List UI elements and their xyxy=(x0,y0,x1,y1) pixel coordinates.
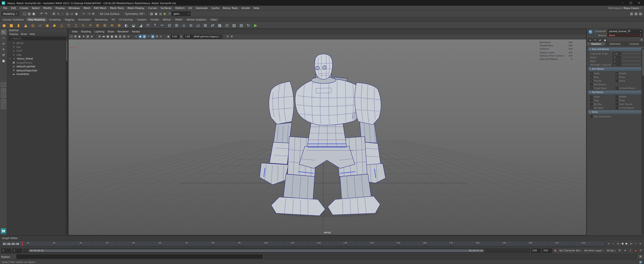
character-set-selector[interactable]: No Character Set▾ xyxy=(558,249,582,252)
menu-modify[interactable]: Modify xyxy=(42,6,54,9)
boolean-icon[interactable]: ⊠ xyxy=(202,22,208,28)
menu-edit-mesh[interactable]: Edit Mesh xyxy=(92,6,108,9)
platonic-solid-icon[interactable]: ◆ xyxy=(52,22,57,28)
isolate-select-icon[interactable]: ⊙ xyxy=(226,34,230,39)
render-current-frame-icon[interactable]: ◉ xyxy=(154,11,158,16)
outliner-search[interactable]: ○ xyxy=(8,37,66,40)
shelf-tab-rendering[interactable]: Rendering xyxy=(93,18,109,21)
script-editor-icon[interactable]: ≣ xyxy=(638,255,643,259)
crease-icon[interactable]: ▧ xyxy=(231,22,237,28)
shaded-mode-icon[interactable]: ◆ xyxy=(138,34,142,39)
bevel-icon[interactable]: ◢ xyxy=(138,22,144,28)
menu-windows[interactable]: Windows xyxy=(67,6,82,9)
gamma-icon[interactable]: γ xyxy=(180,34,183,39)
slider-track[interactable] xyxy=(622,61,641,61)
viewport-menu-lighting[interactable]: Lighting xyxy=(93,30,106,33)
tool-settings-toggle-icon[interactable]: ▨ xyxy=(634,11,638,16)
scene-view[interactable] xyxy=(68,39,586,235)
gate-mask-icon[interactable]: ▩ xyxy=(110,34,114,39)
fps-selector[interactable]: 30 fps▾ xyxy=(606,249,616,252)
range-slider[interactable]: 00:00:00:01 00:00:07:18 xyxy=(23,248,530,253)
offset-edge-loop-icon[interactable]: ⊞ xyxy=(174,22,180,28)
menu-create[interactable]: Create xyxy=(18,6,30,9)
two-pane-layout[interactable] xyxy=(1,93,6,98)
command-language-label[interactable]: Python xyxy=(1,255,15,258)
go-to-end-button[interactable]: » xyxy=(638,241,642,246)
outliner-item-defaultobjectset[interactable]: ◎defaultObjectSet xyxy=(8,68,68,72)
symmetry-tool-icon[interactable]: ▥ xyxy=(238,22,244,28)
transfer-attributes-icon[interactable]: ↻ xyxy=(246,22,252,28)
new-scene-icon[interactable]: □ xyxy=(22,11,27,16)
outliner-scrollbar[interactable] xyxy=(66,41,68,236)
menu-generate[interactable]: Generate xyxy=(194,6,209,9)
section-extra[interactable]: ▾Extra xyxy=(588,110,643,114)
outliner-menu-help[interactable]: Help xyxy=(29,33,36,35)
save-scene-icon[interactable]: ▣ xyxy=(32,11,36,16)
poly-cylinder-icon[interactable]: ▮ xyxy=(16,22,22,28)
outliner-search-input[interactable] xyxy=(13,37,64,39)
insert-edge-loop-icon[interactable]: ⊟ xyxy=(166,22,172,28)
target-weld-icon[interactable]: ⊡ xyxy=(224,22,230,28)
select-camera-icon[interactable]: □ xyxy=(70,34,73,39)
expand-arrow-icon[interactable]: ▸ xyxy=(10,57,12,59)
check-toe-base[interactable]: ✓Toe Base xyxy=(590,107,616,109)
perspective-viewport[interactable]: ViewShadingLightingShowRendererPanels □⊠… xyxy=(68,29,586,235)
outliner-item-front[interactable]: ◇front xyxy=(8,49,68,53)
spherical-harmonics-icon[interactable]: ≋ xyxy=(109,22,115,28)
section-size-and-bones[interactable]: ▾Size and Bones xyxy=(588,47,643,51)
menu-mesh-display[interactable]: Mesh Display xyxy=(126,6,146,9)
bridge-icon[interactable]: ⊓ xyxy=(145,22,151,28)
output-connections-icon[interactable]: ⊣ xyxy=(86,11,91,16)
command-input[interactable] xyxy=(16,255,263,259)
shelf-tab-rigging[interactable]: Rigging xyxy=(63,18,76,21)
poly-torus-icon[interactable]: ◎ xyxy=(30,22,36,28)
lock-camera-icon[interactable]: ⊠ xyxy=(74,34,77,39)
menu-uv[interactable]: UV xyxy=(186,6,194,9)
step-back-key-button[interactable]: ◁ xyxy=(616,241,620,246)
hud-toggle-icon[interactable]: ≡ xyxy=(126,34,130,39)
move-tool[interactable]: + xyxy=(0,47,6,52)
slider-track[interactable] xyxy=(622,64,641,65)
menu-display[interactable]: Display xyxy=(54,6,67,9)
menu-select[interactable]: Select xyxy=(30,6,42,9)
check-hips-translation[interactable]: Hips Translation xyxy=(590,115,616,118)
check-pinky[interactable]: ✓Pinky xyxy=(616,76,641,78)
tab-skeleton[interactable]: Skeleton xyxy=(587,42,606,45)
xray-icon[interactable]: ⊘ xyxy=(230,34,234,39)
outliner-persp-layout[interactable] xyxy=(1,105,6,109)
maximize-button[interactable]: □ xyxy=(628,0,634,5)
check-nub-bones[interactable]: Nub Bones xyxy=(590,83,616,85)
outliner-menu-show[interactable]: Show xyxy=(20,33,28,35)
step-back-frame-button[interactable]: ‹ xyxy=(611,241,615,246)
shelf-tab-poly-modeling[interactable]: Poly Modeling xyxy=(26,18,47,21)
view-transform-selector[interactable]: sRGB gamma (legacy)▾ xyxy=(192,35,222,38)
shadows-icon[interactable]: ◑ xyxy=(151,34,154,39)
camera-attributes-icon[interactable]: ◉ xyxy=(78,34,82,39)
check-in-foot-bones[interactable]: In Foot Bones xyxy=(616,107,641,109)
snap-to-point-icon[interactable]: ∴ xyxy=(60,11,65,16)
select-tool[interactable]: ↖ xyxy=(0,29,6,35)
check-pinky[interactable]: Pinky xyxy=(616,99,641,101)
scale-tool[interactable]: ▣ xyxy=(0,58,6,64)
outliner-item-top[interactable]: ◇top xyxy=(8,45,68,49)
play-forwards-button[interactable]: ▶ xyxy=(625,241,629,246)
check-finger-base[interactable]: ✓Finger Base xyxy=(590,87,616,89)
safe-action-icon[interactable]: ▥ xyxy=(118,34,122,39)
single-pane-layout[interactable] xyxy=(1,82,6,87)
poly-disc-icon[interactable]: ◉ xyxy=(44,22,50,28)
step-forward-key-button[interactable]: ▷ xyxy=(629,241,633,246)
render-sequence-icon[interactable]: ▶ xyxy=(163,11,167,16)
smooth-icon[interactable]: ◒ xyxy=(130,22,136,28)
poly-gear-icon[interactable]: ☼ xyxy=(88,22,93,28)
auto-key-button[interactable] xyxy=(634,249,638,253)
menu-help[interactable]: Help xyxy=(252,6,261,9)
wireframe-mode-icon[interactable]: ◇ xyxy=(134,34,138,39)
poly-pipe-icon[interactable]: ▯ xyxy=(73,22,79,28)
soccer-ball-icon[interactable]: ⊛ xyxy=(95,22,100,28)
film-gate-icon[interactable]: ▬ xyxy=(102,34,106,39)
loop-icon[interactable]: ∞ xyxy=(623,249,627,252)
paint-select-tool[interactable]: ≈ xyxy=(0,41,6,46)
outliner-item-side[interactable]: ◇side xyxy=(8,53,68,57)
source-selector[interactable]: None ▾ xyxy=(608,33,643,37)
motion-blur-icon[interactable]: ≈ xyxy=(159,34,163,39)
